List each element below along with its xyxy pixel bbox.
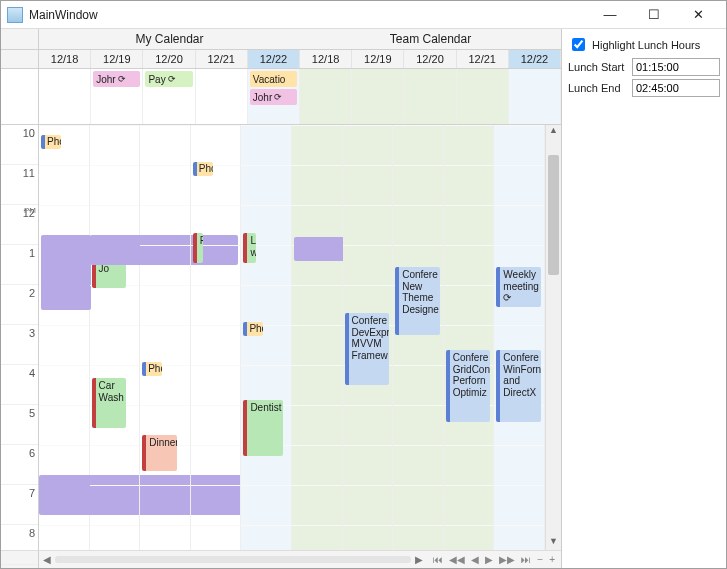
timed-event[interactable]: Car Wash [92, 378, 127, 428]
date-cell[interactable]: 12/19 [352, 50, 404, 68]
vertical-scrollbar[interactable]: ▲ ▼ [545, 125, 561, 550]
time-label: 2 [1, 285, 38, 325]
time-label: 12PM [1, 205, 38, 245]
day-column[interactable]: Confere WinForn and DirectXWeekly meetin… [494, 125, 545, 550]
time-label: 7 [1, 485, 38, 525]
scroll-up-arrow-icon[interactable]: ▲ [546, 125, 561, 139]
nav-back-icon[interactable]: ◀ [471, 554, 479, 565]
date-cell[interactable]: 12/21 [196, 50, 248, 68]
timed-event[interactable]: Phone [193, 162, 213, 176]
calendar-header-my: My Calendar [39, 29, 300, 49]
time-label: 10 [1, 125, 38, 165]
allday-slot[interactable]: VacatioJohr [248, 69, 300, 124]
content-area: My Calendar Team Calendar 12/1812/1912/2… [1, 29, 726, 568]
day-column[interactable]: PhoneLu wiDentist [241, 125, 292, 550]
nav-last-icon[interactable]: ⏭ [521, 554, 531, 565]
highlight-lunch-checkbox[interactable] [572, 38, 585, 51]
time-gutter-allday [1, 69, 39, 124]
app-icon [7, 7, 23, 23]
scroll-left-arrow-icon[interactable]: ◀ [39, 554, 55, 565]
timed-event[interactable] [41, 235, 91, 310]
allday-slot[interactable] [404, 69, 456, 124]
time-gutter-date [1, 50, 39, 68]
nav-fwd-icon[interactable]: ▶ [485, 554, 493, 565]
timed-event[interactable]: Confere New Theme Designe [395, 267, 440, 335]
allday-slot[interactable] [352, 69, 404, 124]
nav-prev-icon[interactable]: ◀◀ [449, 554, 465, 565]
minimize-button[interactable]: — [588, 2, 632, 28]
allday-slot[interactable]: Johr [91, 69, 143, 124]
date-cell[interactable]: 12/20 [404, 50, 456, 68]
hscroll-track[interactable] [55, 556, 411, 563]
timed-event[interactable]: Ph [193, 233, 203, 263]
allday-event[interactable]: Johr [93, 71, 140, 87]
calendar-header-row: My Calendar Team Calendar [1, 29, 561, 50]
day-column[interactable]: Confere DevExpr MVVM Framew [343, 125, 394, 550]
date-cell[interactable]: 12/18 [300, 50, 352, 68]
highlight-lunch-label[interactable]: Highlight Lunch Hours [592, 39, 700, 51]
day-column[interactable] [292, 125, 343, 550]
scheduler-grid: 101112PM12345678 PhonePhoneLunch with Jo… [1, 125, 561, 550]
zoom-in-icon[interactable]: + [549, 554, 555, 565]
horizontal-scrollbar[interactable]: ◀ ▶ [39, 551, 427, 568]
allday-event[interactable]: Johr [250, 89, 297, 105]
time-gutter: 101112PM12345678 [1, 125, 39, 550]
settings-panel: Highlight Lunch Hours Lunch Start Lunch … [562, 29, 726, 568]
allday-row: JohrPayVacatioJohr [1, 69, 561, 125]
time-label: 8 [1, 525, 38, 565]
date-cell[interactable]: 12/19 [91, 50, 143, 68]
maximize-button[interactable]: ☐ [632, 2, 676, 28]
timed-event[interactable]: Dinner [142, 435, 177, 471]
time-label: 3 [1, 325, 38, 365]
timed-event[interactable]: Lu wi [243, 233, 256, 263]
day-column[interactable]: PhoneDinner [140, 125, 191, 550]
timed-event[interactable]: Confere GridCon Perforn Optimiz [446, 350, 491, 422]
scheduler: My Calendar Team Calendar 12/1812/1912/2… [1, 29, 562, 568]
time-label: 4 [1, 365, 38, 405]
day-column[interactable]: PhonePhone [39, 125, 90, 550]
nav-first-icon[interactable]: ⏮ [433, 554, 443, 565]
close-button[interactable]: ✕ [676, 2, 720, 28]
scroll-right-arrow-icon[interactable]: ▶ [411, 554, 427, 565]
allday-slot[interactable] [196, 69, 248, 124]
allday-slot[interactable] [300, 69, 352, 124]
window-buttons: — ☐ ✕ [588, 2, 720, 28]
allday-slot[interactable] [509, 69, 561, 124]
date-cell[interactable]: 12/22 [509, 50, 561, 68]
timed-event[interactable]: Phone [243, 322, 263, 336]
lunch-start-input[interactable] [632, 58, 720, 76]
allday-slots: JohrPayVacatioJohr [39, 69, 561, 124]
scroll-down-arrow-icon[interactable]: ▼ [546, 536, 561, 550]
timed-event[interactable]: Phone [142, 362, 162, 376]
time-label: 6 [1, 445, 38, 485]
timed-event[interactable]: Confere WinForn and DirectX [496, 350, 541, 422]
lunch-end-input[interactable] [632, 79, 720, 97]
nav-next-icon[interactable]: ▶▶ [499, 554, 515, 565]
date-cell[interactable]: 12/18 [39, 50, 91, 68]
date-cell[interactable]: 12/20 [143, 50, 195, 68]
day-column[interactable]: PhonePh [191, 125, 242, 550]
time-label: 5 [1, 405, 38, 445]
lunch-start-label: Lunch Start [568, 61, 628, 73]
timed-event[interactable]: Phone [41, 135, 61, 149]
allday-slot[interactable] [39, 69, 91, 124]
allday-slot[interactable]: Pay [143, 69, 195, 124]
timed-event[interactable]: Dentist [243, 400, 283, 456]
allday-event[interactable]: Pay [145, 71, 192, 87]
date-cell[interactable]: 12/21 [457, 50, 509, 68]
date-cell[interactable]: 12/22 [248, 50, 300, 68]
scroll-thumb[interactable] [548, 155, 559, 275]
allday-event[interactable]: Vacatio [250, 71, 297, 87]
day-column[interactable]: Confere GridCon Perforn Optimiz [444, 125, 495, 550]
bottom-bar: ◀ ▶ ⏮ ◀◀ ◀ ▶ ▶▶ ⏭ − + [1, 550, 561, 568]
timed-event[interactable]: Weekly meeting ⟳ [496, 267, 541, 307]
day-column[interactable]: Confere New Theme Designe [393, 125, 444, 550]
zoom-out-icon[interactable]: − [537, 554, 543, 565]
highlight-checkbox-row: Highlight Lunch Hours [568, 35, 720, 54]
day-column[interactable]: Lunch with JoCar Wash [90, 125, 141, 550]
titlebar: MainWindow — ☐ ✕ [1, 1, 726, 29]
window-title: MainWindow [29, 8, 588, 22]
allday-slot[interactable] [457, 69, 509, 124]
timed-event[interactable]: Confere DevExpr MVVM Framew [345, 313, 390, 385]
time-label: 1 [1, 245, 38, 285]
